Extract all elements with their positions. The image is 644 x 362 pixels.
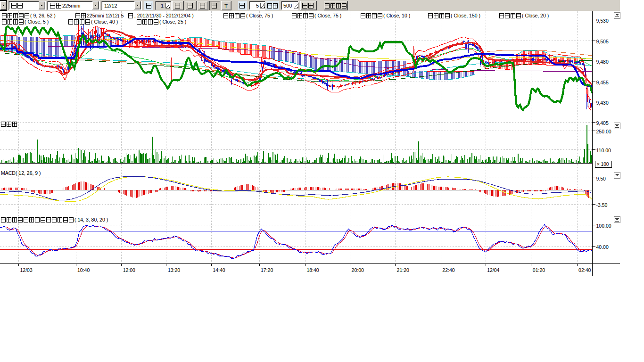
svg-text:( Close, 25 ): ( Close, 25 ) bbox=[159, 19, 186, 25]
svg-text:( 9, 26, 52 ): ( 9, 26, 52 ) bbox=[30, 13, 56, 18]
svg-text:225mini 12/12( 5: 225mini 12/12( 5 bbox=[87, 13, 124, 18]
svg-text:12:00: 12:00 bbox=[123, 267, 135, 273]
svg-text:9,405: 9,405 bbox=[596, 120, 609, 126]
svg-text:5: 5 bbox=[256, 3, 259, 8]
svg-text:( Close, 75 ): ( Close, 75 ) bbox=[246, 13, 273, 18]
svg-text:12/04: 12/04 bbox=[487, 267, 499, 273]
svg-text:9,505: 9,505 bbox=[596, 39, 609, 44]
svg-text:02:40: 02:40 bbox=[578, 267, 591, 273]
svg-text:100.00: 100.00 bbox=[596, 223, 611, 229]
svg-text:20:00: 20:00 bbox=[352, 267, 364, 273]
svg-text:MACD( 12, 26, 9 ): MACD( 12, 26, 9 ) bbox=[1, 170, 41, 176]
svg-text:110.00: 110.00 bbox=[596, 148, 611, 153]
svg-text:14:40: 14:40 bbox=[213, 267, 225, 273]
svg-text:( Close, 5 ): ( Close, 5 ) bbox=[25, 19, 49, 25]
svg-text:( Close, 75 ): ( Close, 75 ) bbox=[314, 13, 341, 18]
svg-text:12/03: 12/03 bbox=[20, 267, 33, 273]
svg-text:( Close, 150 ): ( Close, 150 ) bbox=[451, 13, 480, 18]
svg-text:9,530: 9,530 bbox=[596, 18, 609, 24]
svg-text:250.00: 250.00 bbox=[596, 129, 611, 134]
svg-text:13:20: 13:20 bbox=[168, 267, 180, 273]
svg-text:( Close, 20 ): ( Close, 20 ) bbox=[522, 13, 549, 18]
svg-text:-3.50: -3.50 bbox=[596, 202, 608, 208]
svg-text:( Close, 40 ): ( Close, 40 ) bbox=[91, 19, 118, 25]
svg-text:225mini: 225mini bbox=[62, 3, 81, 8]
svg-text:12/12: 12/12 bbox=[104, 3, 117, 8]
svg-text:9,430: 9,430 bbox=[596, 100, 609, 106]
svg-text:01:20: 01:20 bbox=[533, 267, 545, 273]
svg-text:T: T bbox=[224, 3, 228, 9]
svg-text:, 2012/11/30 - 2012/12/04 ): , 2012/11/30 - 2012/12/04 ) bbox=[134, 13, 194, 18]
svg-text:18:40: 18:40 bbox=[306, 267, 319, 273]
svg-text:10:40: 10:40 bbox=[77, 267, 90, 273]
svg-text:500: 500 bbox=[283, 3, 292, 8]
svg-text:× 100: × 100 bbox=[597, 162, 609, 167]
svg-text:9.50: 9.50 bbox=[596, 176, 606, 181]
svg-text:( 14, 3, 80, 20 ): ( 14, 3, 80, 20 ) bbox=[74, 217, 108, 222]
svg-text:17:20: 17:20 bbox=[261, 267, 273, 273]
svg-text:1: 1 bbox=[161, 3, 164, 8]
svg-text:21:20: 21:20 bbox=[397, 267, 409, 273]
svg-text:22:40: 22:40 bbox=[442, 267, 454, 273]
svg-text:9,455: 9,455 bbox=[596, 80, 609, 85]
svg-text:40.00: 40.00 bbox=[596, 244, 609, 250]
svg-text:9,480: 9,480 bbox=[596, 59, 609, 65]
svg-text:( Close, 10 ): ( Close, 10 ) bbox=[383, 13, 410, 18]
